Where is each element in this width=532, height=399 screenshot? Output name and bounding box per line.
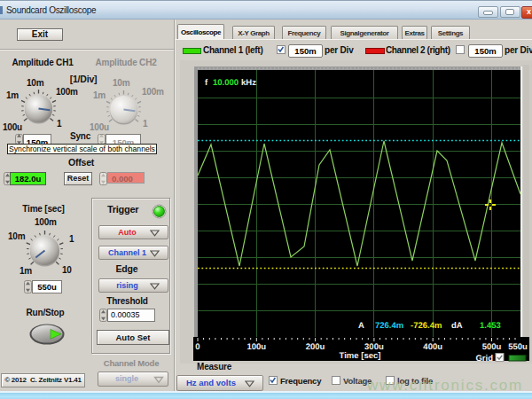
svg-text:10.000: 10.000 bbox=[213, 78, 239, 88]
svg-text:0: 0 bbox=[195, 342, 200, 352]
svg-text:A: A bbox=[358, 321, 364, 331]
svg-text:Grid: Grid bbox=[475, 354, 493, 364]
svg-text:dA: dA bbox=[451, 321, 463, 331]
svg-text:kHz: kHz bbox=[241, 78, 256, 88]
svg-text:726.4m: 726.4m bbox=[375, 321, 403, 331]
svg-text:400u: 400u bbox=[423, 342, 442, 352]
svg-text:100u: 100u bbox=[246, 342, 266, 352]
svg-text:-726.4m: -726.4m bbox=[411, 321, 442, 331]
svg-text:200u: 200u bbox=[306, 342, 325, 352]
svg-text:1.453: 1.453 bbox=[480, 321, 501, 331]
svg-text:500u: 500u bbox=[482, 342, 502, 352]
svg-text:550u: 550u bbox=[508, 342, 528, 352]
svg-text:Time [sec]: Time [sec] bbox=[340, 351, 381, 361]
